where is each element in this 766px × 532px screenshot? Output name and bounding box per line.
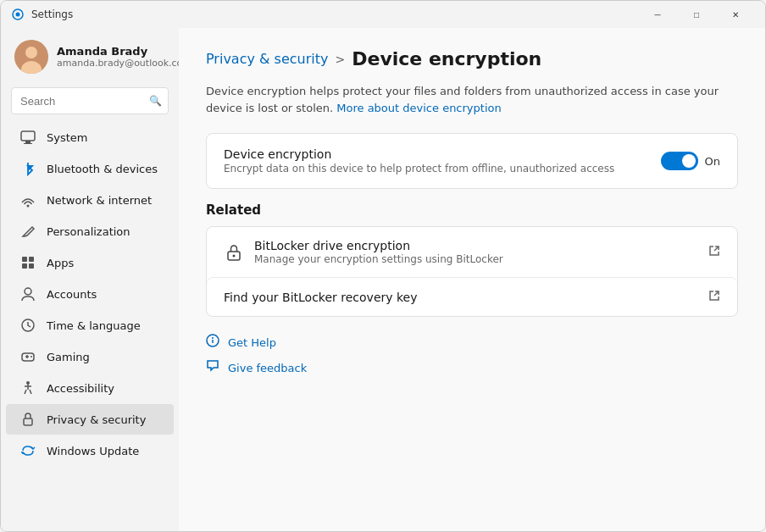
toggle-label: On xyxy=(705,155,720,168)
sidebar-item-gaming[interactable]: Gaming xyxy=(6,341,174,372)
main-content: Privacy & security > Device encryption D… xyxy=(179,28,765,531)
search-box: 🔍 xyxy=(11,87,169,114)
recovery-key-row[interactable]: Find your BitLocker recovery key xyxy=(207,277,737,316)
svg-point-22 xyxy=(212,337,214,339)
related-card: BitLocker drive encryption Manage your e… xyxy=(206,226,738,317)
svg-rect-6 xyxy=(25,141,31,143)
sidebar-item-privacy[interactable]: Privacy & security xyxy=(6,404,174,435)
breadcrumb-current: Device encryption xyxy=(352,48,541,69)
breadcrumb-separator: > xyxy=(335,53,345,66)
sidebar-item-accounts[interactable]: Accounts xyxy=(6,279,174,309)
breadcrumb-parent[interactable]: Privacy & security xyxy=(206,51,328,67)
maximize-button[interactable]: □ xyxy=(677,1,716,28)
device-encryption-title: Device encryption xyxy=(224,147,661,161)
svg-point-3 xyxy=(25,47,37,58)
recovery-key-external-icon xyxy=(708,290,720,304)
close-button[interactable]: ✕ xyxy=(716,1,755,28)
svg-rect-5 xyxy=(21,131,35,141)
sidebar-item-update[interactable]: Windows Update xyxy=(6,435,174,466)
svg-point-17 xyxy=(26,381,30,385)
update-icon xyxy=(19,442,36,459)
description-link[interactable]: More about device encryption xyxy=(336,102,501,114)
breadcrumb: Privacy & security > Device encryption xyxy=(206,48,738,69)
svg-point-8 xyxy=(27,205,30,208)
device-encryption-info: Device encryption Encrypt data on this d… xyxy=(224,147,661,175)
titlebar: Settings ─ □ ✕ xyxy=(1,1,765,28)
minimize-button[interactable]: ─ xyxy=(638,1,677,28)
personalization-icon xyxy=(19,223,36,240)
sidebar-item-label-accessibility: Accessibility xyxy=(47,382,160,395)
sidebar-item-network[interactable]: Network & internet xyxy=(6,185,174,215)
sidebar-item-apps[interactable]: Apps xyxy=(6,247,174,278)
bitlocker-text: BitLocker drive encryption Manage your e… xyxy=(254,239,503,265)
system-icon xyxy=(19,129,36,146)
bluetooth-icon xyxy=(19,160,36,177)
recovery-key-title: Find your BitLocker recovery key xyxy=(224,291,418,304)
sidebar-item-label-system: System xyxy=(47,131,160,144)
sidebar-item-accessibility[interactable]: Accessibility xyxy=(6,373,174,403)
gaming-icon xyxy=(19,348,36,365)
get-help-label: Get Help xyxy=(228,336,276,349)
svg-rect-9 xyxy=(22,257,27,262)
sidebar-item-label-personalization: Personalization xyxy=(47,225,160,238)
svg-rect-10 xyxy=(29,257,34,262)
bitlocker-title: BitLocker drive encryption xyxy=(254,239,503,252)
give-feedback-icon xyxy=(206,359,219,376)
svg-point-20 xyxy=(233,254,236,257)
sidebar-item-label-accounts: Accounts xyxy=(47,288,160,301)
svg-point-16 xyxy=(31,356,32,357)
search-input[interactable] xyxy=(11,87,169,114)
toggle-wrap: On xyxy=(661,152,720,170)
related-title: Related xyxy=(206,202,738,218)
bitlocker-desc: Manage your encryption settings using Bi… xyxy=(254,253,503,265)
sidebar: Amanda Brady amanda.brady@outlook.com 🔍 … xyxy=(1,28,179,531)
sidebar-item-bluetooth[interactable]: Bluetooth & devices xyxy=(6,153,174,184)
user-email: amanda.brady@outlook.com xyxy=(57,58,179,69)
help-section: Get Help Give feedback xyxy=(206,334,738,376)
privacy-icon xyxy=(19,411,36,428)
svg-rect-7 xyxy=(24,143,32,144)
sidebar-item-system[interactable]: System xyxy=(6,122,174,152)
svg-rect-12 xyxy=(29,263,34,269)
svg-rect-18 xyxy=(24,418,32,425)
user-info: Amanda Brady amanda.brady@outlook.com xyxy=(57,45,179,69)
sidebar-item-label-gaming: Gaming xyxy=(47,351,160,363)
time-icon xyxy=(19,317,36,334)
get-help-icon xyxy=(206,334,219,351)
svg-point-1 xyxy=(16,13,20,17)
user-profile[interactable]: Amanda Brady amanda.brady@outlook.com xyxy=(1,28,179,84)
bitlocker-left: BitLocker drive encryption Manage your e… xyxy=(224,239,503,265)
bitlocker-external-icon xyxy=(708,245,720,259)
sidebar-item-label-apps: Apps xyxy=(47,257,160,269)
bitlocker-icon xyxy=(224,242,244,263)
device-encryption-desc: Encrypt data on this device to help prot… xyxy=(224,163,661,175)
app-body: Amanda Brady amanda.brady@outlook.com 🔍 … xyxy=(1,28,765,531)
sidebar-item-label-time: Time & language xyxy=(47,319,160,332)
sidebar-item-time[interactable]: Time & language xyxy=(6,310,174,341)
svg-point-13 xyxy=(25,288,31,295)
sidebar-item-label-network: Network & internet xyxy=(47,194,160,207)
search-icon: 🔍 xyxy=(149,95,162,107)
bitlocker-row[interactable]: BitLocker drive encryption Manage your e… xyxy=(207,227,737,277)
sidebar-item-label-privacy: Privacy & security xyxy=(47,413,160,426)
device-encryption-row: Device encryption Encrypt data on this d… xyxy=(207,134,737,188)
titlebar-left: Settings xyxy=(11,8,73,21)
recovery-key-left: Find your BitLocker recovery key xyxy=(224,291,418,304)
give-feedback-link[interactable]: Give feedback xyxy=(206,359,738,376)
give-feedback-label: Give feedback xyxy=(228,362,307,374)
page-description: Device encryption helps protect your fil… xyxy=(206,83,738,116)
settings-logo-icon xyxy=(11,8,25,21)
sidebar-item-label-update: Windows Update xyxy=(47,445,160,457)
settings-window: Settings ─ □ ✕ Amanda Brady xyxy=(0,0,766,532)
device-encryption-card: Device encryption Encrypt data on this d… xyxy=(206,133,738,189)
get-help-link[interactable]: Get Help xyxy=(206,334,738,351)
sidebar-item-personalization[interactable]: Personalization xyxy=(6,216,174,247)
accessibility-icon xyxy=(19,380,36,396)
sidebar-item-label-bluetooth: Bluetooth & devices xyxy=(47,163,160,175)
related-section: Related BitLocker drive encryption Manag… xyxy=(206,202,738,317)
svg-rect-11 xyxy=(22,263,27,269)
encryption-toggle[interactable] xyxy=(661,152,698,170)
network-icon xyxy=(19,191,36,208)
accounts-icon xyxy=(19,285,36,302)
nav-list: System Bluetooth & devices Network & int… xyxy=(1,121,179,467)
